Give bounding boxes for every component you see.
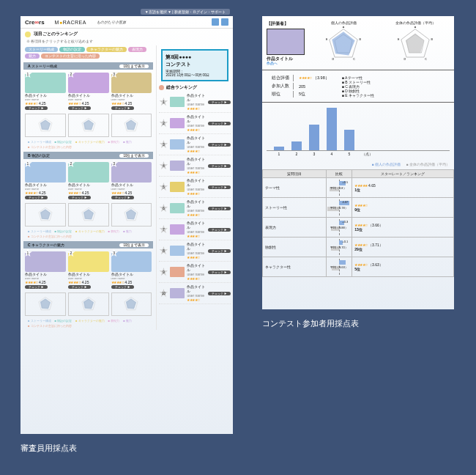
radar-chart [25, 292, 66, 316]
check-button[interactable]: チェック ▶ [208, 185, 231, 189]
section-band: B 物語の設定10位まで表示 [23, 152, 153, 159]
ranking-item[interactable]: 3作品タイトルuser name★★★★☆チェック ▶ [159, 134, 231, 155]
check-button[interactable]: チェック ▶ [208, 122, 231, 125]
check-button[interactable]: チェック ▶ [68, 196, 91, 199]
show-more-button[interactable]: 10位まで表示 [119, 243, 149, 247]
work-card[interactable]: 1作品タイトルuser name★★★★☆ 4.25チェック ▶ [25, 73, 66, 110]
bar [274, 147, 284, 150]
check-button[interactable]: チェック ▶ [68, 106, 91, 110]
work-card[interactable]: 2作品タイトルuser name★★★★☆ 4.25チェック ▶ [68, 162, 109, 199]
judge-caption: 審査員用採点表 [21, 443, 77, 454]
header-icon[interactable] [221, 18, 228, 26]
check-button[interactable]: チェック ▶ [208, 143, 231, 147]
work-card[interactable]: 1作品タイトルuser name★★★★☆ 4.25チェック ▶ [25, 251, 66, 289]
participant-caption: コンテスト参加者用採点表 [262, 318, 359, 329]
svg-marker-23 [83, 298, 94, 309]
svg-text:A: A [343, 26, 345, 29]
legend: ストーリー構成物語の設定キャラクターの魅力表現力魅力コンテストの主旨に沿った内容 [21, 317, 156, 330]
check-button[interactable]: チェック ▶ [208, 207, 231, 210]
show-more-button[interactable]: 10位まで表示 [119, 65, 149, 68]
filter-tag[interactable]: ストーリー構成 [25, 47, 58, 52]
radar-chart [68, 203, 109, 227]
show-more-button[interactable]: 10位まで表示 [119, 154, 149, 158]
contest-banner[interactable]: 第8回●●●●コンテスト 実施期間：2021年10月00日〜00月00日 [161, 49, 228, 81]
filter-tag[interactable]: 魅力 [25, 54, 40, 59]
work-card[interactable]: 2作品タイトルuser name★★★★☆ 4.25チェック ▶ [68, 73, 109, 110]
ranking-item[interactable]: 10作品タイトルuser name★★★★☆チェック ▶ [159, 283, 231, 304]
svg-marker-2 [40, 119, 51, 130]
radar-chart [25, 203, 66, 227]
bar [344, 130, 354, 150]
svg-marker-37 [406, 34, 424, 53]
work-card[interactable]: 2作品タイトルuser name★★★★☆ 4.25チェック ▶ [68, 251, 109, 289]
work-card[interactable]: 3作品タイトルuser name★★★★☆ 4.25チェック ▶ [111, 73, 152, 110]
check-button[interactable]: チェック ▶ [68, 285, 91, 289]
header: Cre∞rs M●RACREA ものがたり小笠原 [21, 16, 233, 29]
section-band: C キャラクターの魅力10位まで表示 [23, 241, 153, 248]
ranking-item[interactable]: 2作品タイトルuser name★★★★☆チェック ▶ [159, 113, 231, 134]
ranking-item[interactable]: 6作品タイトルuser name★★★★☆チェック ▶ [159, 198, 231, 219]
svg-marker-17 [126, 209, 136, 219]
work-card[interactable]: 1作品タイトルuser name★★★★☆ 4.25チェック ▶ [25, 162, 66, 199]
filter-tag[interactable]: キャラクターの魅力 [86, 47, 127, 52]
table-row: キャラクター性平均（3.63）★★★★☆ （3.63）5位 [263, 257, 454, 277]
svg-text:A: A [414, 26, 417, 29]
work-card[interactable]: 3作品タイトルuser name★★★★☆ 4.25チェック ▶ [111, 162, 152, 199]
top-links[interactable]: ▼言語を選択 ▼ | 新規登録・ログイン・サポート [141, 9, 230, 15]
check-button[interactable]: チェック ▶ [25, 196, 48, 199]
logo-script: ものがたり小笠原 [97, 20, 126, 24]
svg-text:C: C [425, 58, 427, 61]
svg-marker-26 [126, 298, 136, 309]
header-icon[interactable] [212, 18, 219, 26]
svg-text:D: D [332, 58, 334, 61]
radar-avg: ABCDE [381, 26, 450, 62]
check-button[interactable]: チェック ▶ [111, 106, 134, 110]
radar-label-own: 個人の作品評価 [309, 21, 378, 25]
svg-marker-14 [83, 209, 94, 219]
work-card[interactable]: 3作品タイトルuser name★★★★☆ 4.25チェック ▶ [111, 251, 152, 289]
filter-tag[interactable]: 表現力 [128, 47, 146, 52]
work-link[interactable]: 作品へ [267, 62, 305, 65]
ranking-item[interactable]: 8作品タイトルuser name★★★★☆チェック ▶ [159, 240, 231, 262]
section-band: A ストーリー構成10位まで表示 [23, 62, 153, 70]
check-button[interactable]: チェック ▶ [25, 285, 48, 289]
check-button[interactable]: チェック ▶ [208, 228, 231, 232]
svg-marker-20 [40, 298, 51, 309]
check-button[interactable]: チェック ▶ [111, 196, 134, 199]
ranking-item[interactable]: 1作品タイトルuser name★★★★☆チェック ▶ [159, 92, 231, 113]
radar-chart [111, 114, 152, 137]
ranking-item[interactable]: 7作品タイトルuser name★★★★☆チェック ▶ [159, 219, 231, 240]
ranking-item[interactable]: 9作品タイトルuser name★★★★☆チェック ▶ [159, 262, 231, 283]
table-row: 独創性+0.1平均（3.70）★★★★☆ （3.71）29位 [263, 238, 454, 257]
radar-chart [111, 292, 152, 316]
svg-marker-8 [126, 119, 136, 130]
bar [291, 141, 302, 150]
table-row: ストーリー性4.37平均（4.78）★★★★☆ 9位 [263, 198, 454, 218]
ranking-sub: ※ 各項目をクリックすると絞り込めます [21, 40, 233, 45]
bar [327, 108, 337, 150]
ranking-item[interactable]: 5作品タイトルuser name★★★★☆チェック ▶ [159, 177, 231, 198]
ranking-item[interactable]: 4作品タイトルuser name★★★★☆チェック ▶ [159, 155, 231, 177]
check-button[interactable]: チェック ▶ [208, 249, 231, 253]
judge-panel: ▼言語を選択 ▼ | 新規登録・ログイン・サポート Cre∞rs M●RACRE… [21, 16, 233, 434]
check-button[interactable]: チェック ▶ [111, 285, 134, 289]
svg-text:B: B [360, 38, 361, 41]
radar-chart [25, 114, 66, 137]
legend: ストーリー構成物語の設定キャラクターの魅力表現力魅力コンテストの主旨に沿った内容 [21, 228, 156, 240]
bar [309, 125, 319, 150]
check-button[interactable]: チェック ▶ [208, 164, 231, 168]
filter-tag[interactable]: 物語の設定 [59, 47, 85, 52]
ranking-title: 項目ごとのランキング [21, 29, 233, 40]
check-button[interactable]: チェック ▶ [208, 270, 231, 274]
table-row: テーマ性+0.5平均（4.8）★★★★★ 4.651位 [263, 178, 454, 198]
svg-marker-5 [83, 119, 94, 130]
evaluator-head: 【評価者】 [267, 21, 305, 27]
svg-text:E: E [326, 38, 328, 41]
check-button[interactable]: チェック ▶ [25, 106, 48, 110]
filter-tag[interactable]: コンテストの主旨に沿った内容 [41, 54, 100, 59]
check-button[interactable]: チェック ▶ [208, 292, 231, 295]
svg-text:E: E [398, 38, 400, 41]
radar-chart [68, 292, 109, 316]
work-thumbnail[interactable] [267, 29, 305, 55]
check-button[interactable]: チェック ▶ [208, 100, 231, 104]
